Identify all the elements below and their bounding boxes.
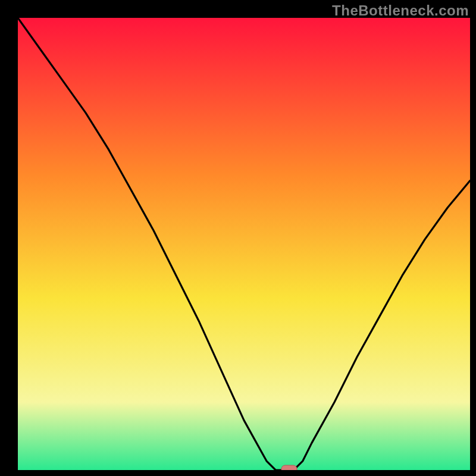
chart-frame: TheBottleneck.com xyxy=(0,0,476,476)
frame-bottom xyxy=(0,470,476,476)
watermark-text: TheBottleneck.com xyxy=(332,2,469,19)
frame-right xyxy=(470,0,476,476)
bottleneck-chart xyxy=(0,0,476,476)
frame-left xyxy=(0,0,18,476)
gradient-background xyxy=(18,18,470,470)
